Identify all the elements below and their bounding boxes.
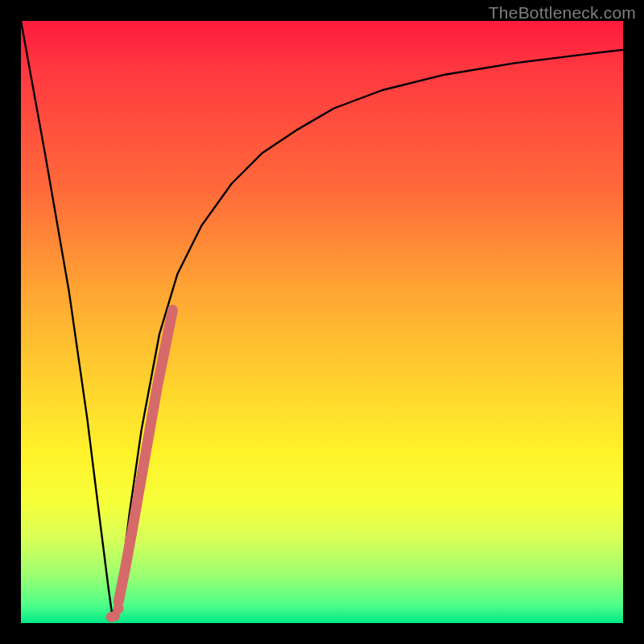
highlighted-range [118,310,172,602]
watermark-text: TheBottleneck.com [489,3,636,23]
optimal-point-dot [114,604,124,614]
optimal-point-marker [106,604,124,623]
bottleneck-curve [21,21,623,617]
chart-svg [21,21,623,623]
plot-area [21,21,623,623]
chart-frame: TheBottleneck.com [0,0,644,644]
